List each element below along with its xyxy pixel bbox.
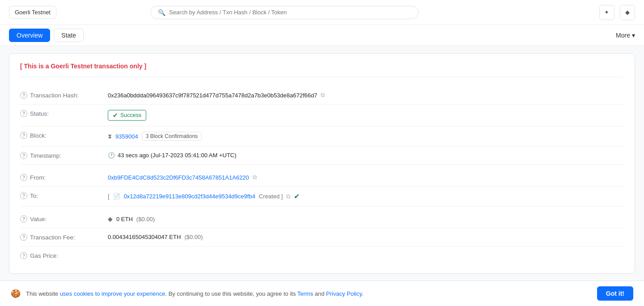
row-gas-price: ? Gas Price: xyxy=(20,247,624,264)
copy-from-icon[interactable]: ⧉ xyxy=(253,174,257,181)
help-icon-fee[interactable]: ? xyxy=(20,234,27,241)
value-transaction-hash: 0x236a0bddda096493637c9f787521d477d755a7… xyxy=(108,92,624,99)
label-value: ? Value: xyxy=(20,215,101,222)
row-block: ? Block: ⧗ 9359004 3 Block Confirmations xyxy=(20,126,624,147)
help-icon-from[interactable]: ? xyxy=(20,174,27,181)
spacer2 xyxy=(20,206,624,210)
row-timestamp: ? Timestamp: 🕐 43 secs ago (Jul-17-2023 … xyxy=(20,147,624,165)
hourglass-icon: ⧗ xyxy=(108,133,112,140)
main-content: [ This is a Goerli Testnet transaction o… xyxy=(0,46,644,281)
value-fee: 0.00434165045304047 ETH ($0.00) xyxy=(108,234,624,240)
hash-text: 0x236a0bddda096493637c9f787521d477d755a7… xyxy=(108,92,317,99)
label-fee: ? Transaction Fee: xyxy=(20,234,101,241)
row-to: ? To: [ 📄 0x12d8a72219e9113e809cd2f3d44e… xyxy=(20,187,624,206)
help-icon-timestamp[interactable]: ? xyxy=(20,152,27,159)
transaction-card: [ This is a Goerli Testnet transaction o… xyxy=(9,53,635,274)
label-block: ? Block: xyxy=(20,132,101,139)
value-block: ⧗ 9359004 3 Block Confirmations xyxy=(108,132,624,141)
label-to: ? To: xyxy=(20,192,101,199)
label-from: ? From: xyxy=(20,174,101,181)
testnet-bold: Testnet xyxy=(71,63,93,70)
value-eth-value: ◆ 0 ETH ($0.00) xyxy=(108,215,624,222)
help-icon-hash[interactable]: ? xyxy=(20,92,27,99)
eth-amount: 0 ETH xyxy=(116,216,133,222)
chevron-down-icon: ▾ xyxy=(632,32,635,39)
header-icons: ✦ ◆ xyxy=(599,5,635,20)
row-status: ? Status: ✔ Success xyxy=(20,105,624,126)
sun-icon: ✦ xyxy=(604,9,609,16)
fee-usd: ($0.00) xyxy=(184,234,203,240)
status-badge: ✔ Success xyxy=(108,110,146,121)
label-gas-price: ? Gas Price: xyxy=(20,252,101,259)
testnet-notice-suffix: transaction only ] xyxy=(93,63,147,70)
ethereum-icon-button[interactable]: ◆ xyxy=(620,5,635,20)
value-status: ✔ Success xyxy=(108,110,624,121)
help-icon-status[interactable]: ? xyxy=(20,110,27,117)
help-icon-block[interactable]: ? xyxy=(20,132,27,139)
tab-overview[interactable]: Overview xyxy=(9,29,50,42)
block-number-link[interactable]: 9359004 xyxy=(115,133,138,140)
help-icon-gas[interactable]: ? xyxy=(20,252,27,259)
value-from: 0xb9FDE4CdC8d523c2Df6FD3c7458A67851A1A62… xyxy=(108,174,624,181)
theme-toggle-button[interactable]: ✦ xyxy=(599,5,614,20)
testnet-notice: [ This is a Goerli Testnet transaction o… xyxy=(20,63,624,77)
status-check-icon: ✔ xyxy=(113,112,118,119)
label-timestamp: ? Timestamp: xyxy=(20,152,101,159)
row-fee: ? Transaction Fee: 0.00434165045304047 E… xyxy=(20,228,624,247)
clock-icon: 🕐 xyxy=(108,152,115,159)
network-selector[interactable]: Goerli Testnet xyxy=(9,6,56,19)
value-timestamp: 🕐 43 secs ago (Jul-17-2023 05:41:00 AM +… xyxy=(108,152,624,159)
spacer xyxy=(20,165,624,168)
block-confirmations-badge: 3 Block Confirmations xyxy=(142,132,202,141)
usd-amount: ($0.00) xyxy=(136,216,155,222)
help-icon-to[interactable]: ? xyxy=(20,192,27,199)
more-dropdown-button[interactable]: More ▾ xyxy=(616,32,635,39)
label-transaction-hash: ? Transaction Hash: xyxy=(20,92,101,99)
to-created-text: Created ] xyxy=(259,193,283,200)
row-value: ? Value: ◆ 0 ETH ($0.00) xyxy=(20,210,624,228)
tab-state[interactable]: State xyxy=(54,29,84,42)
row-from: ? From: 0xb9FDE4CdC8d523c2Df6FD3c7458A67… xyxy=(20,168,624,187)
contract-file-icon: 📄 xyxy=(113,193,120,200)
tab-bar: Overview State More ▾ xyxy=(0,25,644,46)
from-address-link[interactable]: 0xb9FDE4CdC8d523c2Df6FD3c7458A67851A1A62… xyxy=(108,174,249,181)
help-icon-value[interactable]: ? xyxy=(20,215,27,222)
search-input[interactable] xyxy=(169,9,411,16)
more-label: More xyxy=(616,32,630,39)
copy-to-icon[interactable]: ⧉ xyxy=(286,193,290,200)
to-address-link[interactable]: 0x12d8a72219e9113e809cd2f3d44e9534d9ce9f… xyxy=(124,193,255,200)
cookie-banner: 🍪 This website uses cookies to improve y… xyxy=(0,281,644,281)
status-text: Success xyxy=(120,112,141,118)
eth-diamond-icon: ◆ xyxy=(108,215,113,222)
value-to: [ 📄 0x12d8a72219e9113e809cd2f3d44e9534d9… xyxy=(108,192,624,201)
label-status: ? Status: xyxy=(20,110,101,117)
search-icon: 🔍 xyxy=(158,9,165,16)
to-bracket-open: [ xyxy=(108,193,110,200)
row-transaction-hash: ? Transaction Hash: 0x236a0bddda09649363… xyxy=(20,86,624,105)
testnet-notice-prefix: [ This is a Goerli xyxy=(20,63,71,70)
search-container: 🔍 xyxy=(150,6,419,19)
header: Goerli Testnet 🔍 ✦ ◆ xyxy=(0,0,644,25)
fee-amount: 0.00434165045304047 ETH xyxy=(108,234,181,240)
verified-check-icon: ✔ xyxy=(294,192,300,201)
copy-hash-icon[interactable]: ⧉ xyxy=(321,92,325,99)
eth-logo-icon: ◆ xyxy=(625,9,630,16)
timestamp-text: 🕐 43 secs ago (Jul-17-2023 05:41:00 AM +… xyxy=(108,152,237,159)
